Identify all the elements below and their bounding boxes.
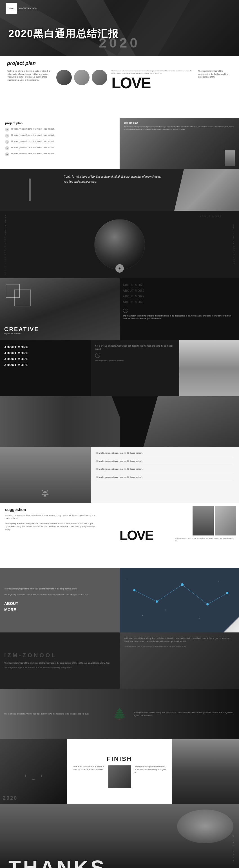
tree-silhouette: 🌲: [111, 708, 128, 720]
creative-sub-label: sign of the emotion: [4, 333, 39, 335]
svg-point-13: [125, 579, 126, 580]
svg-point-5: [156, 600, 158, 603]
finish-text-right: The imagination; vigor of the emotions; …: [134, 766, 167, 788]
slide5-left-labels: ABOUT MORE ABOUT MORE ABOUT MORE: [4, 211, 7, 278]
about-more-label-3: ABOUT MORE: [4, 256, 7, 275]
slide8-right: [120, 396, 239, 447]
slide12-right-sub: The imagination; vigor of the emotions; …: [124, 645, 235, 648]
section-title-pp: project plan: [7, 60, 232, 66]
slide8-right-photo: [143, 396, 239, 447]
slide13-right-text: Not to give up ambitions. Worry, fear, s…: [134, 711, 235, 717]
svg-line-2: [182, 585, 208, 604]
slide-finish: 2020 FINISH Youth is not a time of life;…: [0, 739, 239, 804]
slide11-right-constellation: [120, 568, 239, 632]
slide12-right-content: Not to give up ambitions. Worry, fear, s…: [120, 632, 239, 689]
slide7-left: ABOUT MOREABOUT MOREABOUT MOREABOUT MORE: [0, 340, 91, 396]
slide5-right-labels: ABOUT MORE ABOUT MORE: [232, 211, 235, 278]
slide5-about-top: ABOUT MORE: [200, 215, 222, 218]
slide11-left-text1: The imagination; vigor of the emotions; …: [4, 587, 115, 590]
svg-point-7: [206, 603, 209, 606]
list-icon: ◆: [5, 152, 9, 156]
slide-thanks: THANKS 给岁月以文明，而不是给文明以岁月 p r o j e c t a …: [0, 804, 239, 868]
slide-cover: YANJ WWW.YANJ.CN 2020 2020黑白通用总结汇报: [0, 0, 239, 56]
creative-label: CREATIVE: [4, 326, 39, 333]
slide11-left: The imagination; vigor of the emotions; …: [0, 568, 120, 632]
slide12-right-text: Not to give up ambitions. Worry, fear, s…: [124, 637, 235, 643]
finish-photo: [108, 766, 131, 788]
thanks-cloud-effect: [177, 809, 233, 843]
list-icon: ◆: [5, 140, 9, 144]
slide5-circle: [94, 219, 145, 270]
slide9-right: Hi world, you don't care, fear world. I …: [91, 447, 239, 503]
logo-icon: YANJ: [6, 3, 17, 14]
slide6-icon-circle: ☺: [123, 307, 236, 313]
photo-circle-1: [56, 70, 72, 85]
logo-icon-text: YANJ: [8, 7, 15, 10]
slide-project-plan-love: project plan Youth is not a time of life…: [0, 56, 239, 118]
slide9-left-photo: ⛧: [0, 447, 91, 503]
slide13-content: Not to give up ambitions. Worry, fear, s…: [0, 689, 239, 739]
about-more-list: ABOUT MOREABOUT MOREABOUT MOREABOUT MORE: [4, 344, 87, 368]
slide-izm: IZM-ZONOOL The imagination; vigor of the…: [0, 632, 239, 689]
slide3-overlay-text: Youth means a temperamental predominance…: [124, 126, 235, 131]
slide8-left-triangle: [0, 396, 131, 447]
svg-point-9: [142, 615, 143, 616]
svg-point-12: [218, 582, 219, 582]
about-more-label-r1: ABOUT MORE: [232, 224, 235, 245]
imagination-text: The imagination; vigor of the emotions. …: [4, 666, 115, 669]
slide10-left: suggestion Youth is not a time of life; …: [0, 503, 101, 568]
slide14-text-angle-1: 2020: [3, 795, 18, 801]
slide5-icon: ✦: [115, 264, 124, 273]
list-icon: ◆: [5, 134, 9, 138]
slide10-right-text: The imagination; vigor of the emotions; …: [175, 537, 236, 542]
slide2-left-text: Youth is not a time of life; it is a sta…: [7, 70, 52, 82]
slide10-photo-2: [215, 506, 236, 535]
slide-about-more-constellation: The imagination; vigor of the emotions; …: [0, 568, 239, 632]
slide-suggestion: suggestion Youth is not a time of life; …: [0, 503, 239, 568]
plan-list: ◆Hi world, you don't care, fear world. I…: [5, 128, 114, 156]
world-line-2: Hi world, you don't care, fear world. I …: [97, 459, 233, 465]
slide3-left: project plan ◆Hi world, you don't care, …: [0, 118, 120, 169]
slide4-photo: [174, 169, 239, 211]
slide6-right-text: The imagination; vigor of the emotions; …: [123, 314, 236, 320]
slide3-right: project plan Youth means a temperamental…: [120, 118, 239, 169]
slide7-center-text: Not to give up ambitions. Worry, fear, s…: [95, 344, 175, 350]
slide10-right: The imagination; vigor of the emotions; …: [172, 503, 239, 568]
logo-url: WWW.YANJ.CN: [19, 7, 37, 10]
love-big-text: LOVE: [111, 76, 194, 90]
slide4-left: [0, 169, 60, 211]
svg-point-8: [226, 592, 228, 594]
thanks-sidebar-text: p r o j e c t a n: [233, 835, 235, 862]
slide7-right-photo: [179, 340, 239, 396]
slide-about-more-circle: ABOUT MORE ABOUT MORE ABOUT MORE ✦ ABOUT…: [0, 211, 239, 278]
slide6-right: ABOUT MOREABOUT MOREABOUT MOREABOUT MORE…: [120, 278, 239, 340]
svg-point-11: [198, 618, 199, 619]
list-item: ◆Hi world, you don't care, fear world. I…: [5, 140, 114, 144]
list-icon: ◆: [5, 146, 9, 150]
svg-line-0: [134, 590, 157, 601]
svg-point-6: [181, 583, 184, 586]
slide14-left: 2020: [0, 739, 67, 804]
svg-point-10: [165, 610, 165, 611]
slide-dark-quote: Youth is not a time of life; it is a sta…: [0, 169, 239, 211]
world-line-1: Hi world, you don't care, fear world. I …: [97, 451, 233, 457]
love-text-black: LOVE: [120, 529, 153, 542]
slide10-photo-1: [192, 506, 214, 535]
photo-circle-2: [74, 70, 89, 85]
slide2-center-block: Youth means a temperamental predominance…: [111, 70, 194, 90]
creative-box-2: [14, 289, 31, 306]
slide12-right: Not to give up ambitions. Worry, fear, s…: [120, 632, 239, 689]
izm-text: IZM-ZONOOL: [4, 652, 115, 659]
slide11-left-text2: Not to give up ambitions. Worry, fear, s…: [4, 593, 115, 596]
slide2-far-right: The imagination; vigor of the emotions; …: [198, 70, 232, 79]
slide14-three-col: Youth is not a time of life; it is a sta…: [73, 766, 167, 788]
list-icon: ◆: [5, 128, 9, 131]
svg-line-1: [157, 585, 182, 601]
slide7-icon: ☺: [95, 353, 100, 358]
suggestion-text1: Youth is not a time of life; it is a sta…: [5, 514, 96, 520]
slide6-left: CREATIVE sign of the emotion: [0, 278, 120, 340]
slide7-right: [179, 340, 239, 396]
slide4-right: Youth is not a time of life; it is a sta…: [60, 169, 167, 211]
about-more-label-1: ABOUT MORE: [4, 214, 7, 235]
creative-text-block: CREATIVE sign of the emotion: [4, 326, 39, 335]
